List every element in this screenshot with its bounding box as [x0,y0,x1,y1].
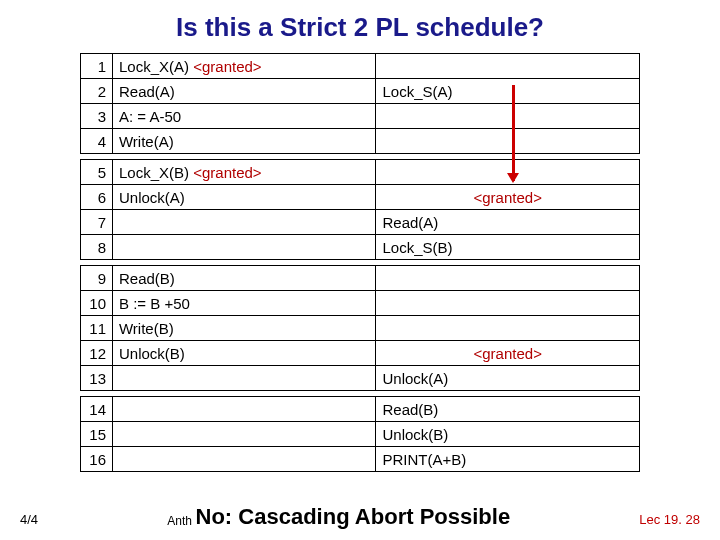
t2-op [376,104,640,129]
granted-tag: <granted> [193,58,261,75]
step-num: 11 [81,316,113,341]
t1-op [112,422,375,447]
step-num: 13 [81,366,113,391]
granted-tag: <granted> [474,189,542,206]
table-row: 8 Lock_S(B) [81,235,640,260]
table-row: 13 Unlock(A) [81,366,640,391]
t1-op: Write(B) [112,316,375,341]
footer-center: Anth No: Cascading Abort Possible [38,504,639,530]
footer-date: 4/4 [20,512,38,527]
table-row: 7 Read(A) [81,210,640,235]
step-num: 8 [81,235,113,260]
granted-tag: <granted> [474,345,542,362]
t2-op: Read(B) [376,397,640,422]
table-row: 15 Unlock(B) [81,422,640,447]
granted-tag: <granted> [193,164,261,181]
t2-op: <granted> [376,185,640,210]
table-row: 3 A: = A-50 [81,104,640,129]
table-row: 1 Lock_X(A) <granted> [81,54,640,79]
step-num: 3 [81,104,113,129]
table-row: 11 Write(B) [81,316,640,341]
table-row: 2 Read(A) Lock_S(A) [81,79,640,104]
t2-op [376,316,640,341]
t1-op [112,235,375,260]
footer-lecnum: Lec 19. 28 [639,512,700,527]
table-row: 5 Lock_X(B) <granted> [81,160,640,185]
table-row: 14 Read(B) [81,397,640,422]
t2-op [376,54,640,79]
table-row: 6 Unlock(A) <granted> [81,185,640,210]
step-num: 14 [81,397,113,422]
step-num: 4 [81,129,113,154]
t2-op [376,291,640,316]
t1-op [112,447,375,472]
slide-footer: 4/4 Anth No: Cascading Abort Possible Le… [0,504,720,530]
t2-op: PRINT(A+B) [376,447,640,472]
schedule-table-wrap: 1 Lock_X(A) <granted> 2 Read(A) Lock_S(A… [80,53,640,472]
step-num: 10 [81,291,113,316]
footer-author: Anth [167,514,192,528]
wait-arrow-icon [512,85,515,181]
t1-op: Lock_X(A) <granted> [112,54,375,79]
schedule-table: 1 Lock_X(A) <granted> 2 Read(A) Lock_S(A… [80,53,640,472]
t1-op: Lock_X(B) <granted> [112,160,375,185]
t2-op [376,129,640,154]
answer-text: No: Cascading Abort Possible [196,504,511,529]
table-row: 4 Write(A) [81,129,640,154]
t1-op: Unlock(A) [112,185,375,210]
t2-op: Unlock(B) [376,422,640,447]
slide-title: Is this a Strict 2 PL schedule? [0,0,720,53]
t1-op: Unlock(B) [112,341,375,366]
t2-op: Read(A) [376,210,640,235]
step-num: 2 [81,79,113,104]
step-num: 9 [81,266,113,291]
table-row: 16 PRINT(A+B) [81,447,640,472]
t1-op: B := B +50 [112,291,375,316]
t2-op: Lock_S(A) [376,79,640,104]
step-num: 1 [81,54,113,79]
step-num: 5 [81,160,113,185]
t2-op [376,266,640,291]
t2-op: Unlock(A) [376,366,640,391]
t1-op [112,366,375,391]
t1-op [112,397,375,422]
table-row: 10 B := B +50 [81,291,640,316]
t1-op: Read(A) [112,79,375,104]
t2-op: <granted> [376,341,640,366]
step-num: 16 [81,447,113,472]
step-num: 6 [81,185,113,210]
step-num: 15 [81,422,113,447]
t1-op: Read(B) [112,266,375,291]
t1-op [112,210,375,235]
step-num: 7 [81,210,113,235]
table-row: 12 Unlock(B) <granted> [81,341,640,366]
step-num: 12 [81,341,113,366]
t1-op: A: = A-50 [112,104,375,129]
table-row: 9 Read(B) [81,266,640,291]
t2-op: Lock_S(B) [376,235,640,260]
t1-op: Write(A) [112,129,375,154]
